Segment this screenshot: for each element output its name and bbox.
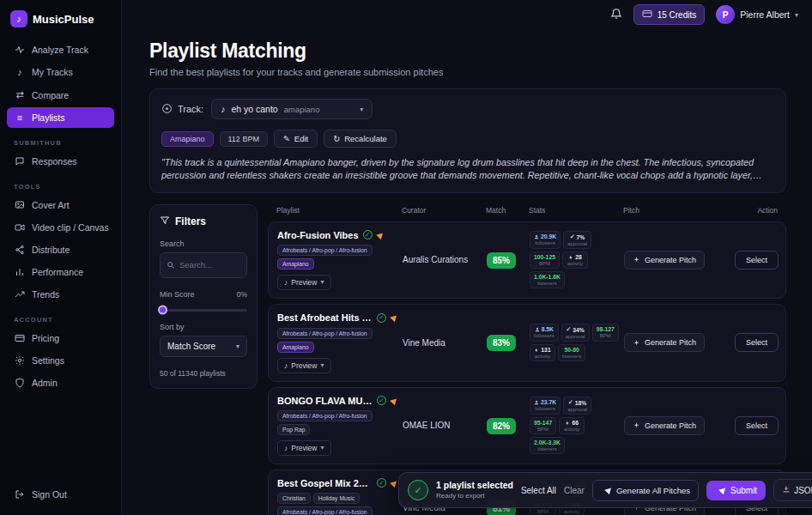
generate-all-pitches-button[interactable]: Generate All Pitches bbox=[592, 480, 699, 501]
curator-name: OMAE LION bbox=[403, 421, 482, 430]
playlist-title: Afro-Fusion Vibes bbox=[277, 230, 359, 240]
activity-stat: 66activity bbox=[559, 417, 585, 434]
preview-button[interactable]: ♪ Preview ▾ bbox=[277, 440, 331, 456]
sidebar-item-admin[interactable]: Admin bbox=[7, 373, 114, 393]
curator-name: Auralis Curations bbox=[403, 255, 482, 264]
chevron-down-icon: ▾ bbox=[320, 278, 324, 286]
stats-group: 8.5Kfollowers ✓34%approval 98-127BPM 131… bbox=[530, 324, 619, 361]
json-export-button[interactable]: JSON bbox=[773, 479, 812, 501]
credits-badge[interactable]: 15 Credits bbox=[633, 4, 706, 25]
sort-select[interactable]: Match Score ▾ bbox=[160, 336, 247, 357]
sidebar-item-trends[interactable]: Trends bbox=[7, 284, 114, 305]
track-select[interactable]: ♪ eh yo canto amapiano ▾ bbox=[211, 99, 373, 119]
select-button[interactable]: Select bbox=[735, 251, 779, 270]
generate-pitch-button[interactable]: Generate Pitch bbox=[624, 416, 705, 435]
table-row: Best Afrobeat Hits 2026🔥 ✓ Afrobeats / A… bbox=[268, 304, 786, 382]
sidebar-item-label: Playlists bbox=[32, 112, 65, 123]
sidebar-item-playlists[interactable]: ≡ Playlists bbox=[7, 107, 114, 128]
sidebar-item-my-tracks[interactable]: ♪ My Tracks bbox=[7, 62, 114, 82]
track-label-group: Track: bbox=[161, 103, 203, 116]
bolt-icon bbox=[568, 255, 573, 260]
check-circle-icon: ✓ bbox=[408, 480, 428, 500]
gear-icon bbox=[14, 355, 26, 366]
music-note-icon: ♪ bbox=[284, 278, 288, 287]
playlist-title: Best Afrobeat Hits 2026🔥 bbox=[277, 312, 373, 324]
user-menu[interactable]: P Pierre Albert ▾ bbox=[716, 5, 798, 24]
generate-pitch-button[interactable]: Generate Pitch bbox=[624, 333, 705, 352]
music-note-icon: ♪ bbox=[14, 67, 26, 77]
check-circle-icon: ✓ bbox=[377, 396, 386, 405]
image-icon bbox=[14, 200, 26, 210]
app-logo[interactable]: ♪ MusicPulse bbox=[7, 9, 114, 39]
sidebar-item-label: Admin bbox=[32, 378, 58, 388]
sidebar-item-label: My Tracks bbox=[32, 67, 73, 77]
slider-thumb[interactable] bbox=[158, 306, 167, 315]
curator-name: Vine Media bbox=[403, 338, 482, 348]
track-label: Track: bbox=[178, 104, 203, 114]
select-button[interactable]: Select bbox=[735, 416, 779, 435]
chevron-down-icon: ▾ bbox=[360, 106, 363, 113]
playlist-title: BONGO FLAVA MUSIC 2026 bbox=[277, 396, 373, 406]
column-header-pitch: Pitch bbox=[623, 206, 726, 215]
track-panel: Track: ♪ eh yo canto amapiano ▾ Amapiano… bbox=[149, 88, 786, 193]
sidebar-item-analyze-track[interactable]: Analyze Track bbox=[7, 39, 114, 60]
user-name: Pierre Albert bbox=[740, 9, 790, 20]
edit-track-button[interactable]: ✎ Edit bbox=[274, 130, 318, 148]
column-header-curator: Curator bbox=[402, 206, 481, 215]
trending-up-icon bbox=[14, 289, 26, 300]
check-circle-icon: ✓ bbox=[377, 313, 386, 323]
sidebar-item-label: Analyze Track bbox=[32, 45, 88, 55]
generate-all-label: Generate All Pitches bbox=[616, 486, 690, 495]
sidebar-item-pricing[interactable]: Pricing bbox=[7, 328, 114, 348]
sidebar-item-settings[interactable]: Settings bbox=[7, 350, 114, 371]
page-subtitle: Find the best playlists for your tracks … bbox=[149, 67, 786, 77]
track-description: "This track is a quintessential Amapiano… bbox=[161, 156, 774, 183]
clear-button[interactable]: Clear bbox=[564, 486, 585, 495]
genre-tag: Afrobeats / Afro-pop / Afro-fusion bbox=[277, 506, 373, 515]
genre-tag: Amapiano bbox=[277, 342, 314, 353]
chevron-down-icon: ▾ bbox=[795, 11, 798, 19]
sidebar-item-label: Pricing bbox=[32, 333, 59, 343]
sidebar-item-compare[interactable]: ⇄ Compare bbox=[7, 84, 114, 106]
notifications-bell-button[interactable] bbox=[610, 8, 622, 22]
recalculate-label: Recalculate bbox=[344, 134, 387, 143]
chevron-down-icon: ▾ bbox=[236, 342, 239, 350]
sidebar-item-distribute[interactable]: Distribute bbox=[7, 239, 114, 260]
sidebar-item-label: Video clip / Canvas bbox=[32, 222, 109, 233]
sort-by-label: Sort by bbox=[160, 323, 247, 331]
target-icon bbox=[161, 103, 173, 116]
sign-out-button[interactable]: Sign Out bbox=[7, 484, 114, 505]
preview-button[interactable]: ♪ Preview ▾ bbox=[277, 358, 331, 373]
column-header-match: Match bbox=[486, 206, 524, 215]
generate-pitch-button[interactable]: Generate Pitch bbox=[624, 251, 705, 270]
min-score-slider[interactable] bbox=[160, 309, 247, 312]
activity-stat: 131activity bbox=[530, 344, 555, 361]
filters-title: Filters bbox=[175, 215, 206, 227]
bolt-icon bbox=[534, 348, 539, 353]
page-title: Playlist Matching bbox=[149, 39, 786, 63]
sidebar-item-label: Settings bbox=[32, 355, 64, 366]
select-all-button[interactable]: Select All bbox=[521, 486, 556, 495]
submit-button[interactable]: Submit bbox=[706, 481, 766, 500]
sidebar: ♪ MusicPulse Analyze Track ♪ My Tracks ⇄… bbox=[0, 0, 122, 515]
sidebar-item-performance[interactable]: Performance bbox=[7, 262, 114, 282]
sort-value: Match Score bbox=[167, 342, 215, 351]
search-input[interactable] bbox=[179, 260, 240, 270]
select-button[interactable]: Select bbox=[735, 333, 779, 352]
min-score-value: 0% bbox=[237, 290, 247, 299]
preview-button[interactable]: ♪ Preview ▾ bbox=[277, 275, 331, 290]
stats-group: 20.9Kfollowers ✓7%approval 100-125BPM 28… bbox=[530, 231, 619, 288]
match-badge: 85% bbox=[487, 252, 516, 269]
recalculate-button[interactable]: ↻ Recalculate bbox=[324, 130, 397, 148]
bpm-stat: 100-125BPM bbox=[530, 251, 560, 269]
sidebar-item-label: Trends bbox=[32, 289, 59, 300]
sidebar-item-responses[interactable]: Responses bbox=[7, 151, 114, 172]
topbar: 15 Credits P Pierre Albert ▾ bbox=[122, 0, 812, 29]
search-icon bbox=[167, 258, 175, 273]
sidebar-item-video-clip[interactable]: Video clip / Canvas bbox=[7, 217, 114, 238]
sidebar-item-cover-art[interactable]: Cover Art bbox=[7, 195, 114, 215]
bpm-badge: 112 BPM bbox=[220, 131, 268, 147]
pulse-icon bbox=[14, 45, 26, 55]
match-badge: 82% bbox=[487, 418, 516, 434]
sparkle-icon bbox=[633, 339, 640, 347]
